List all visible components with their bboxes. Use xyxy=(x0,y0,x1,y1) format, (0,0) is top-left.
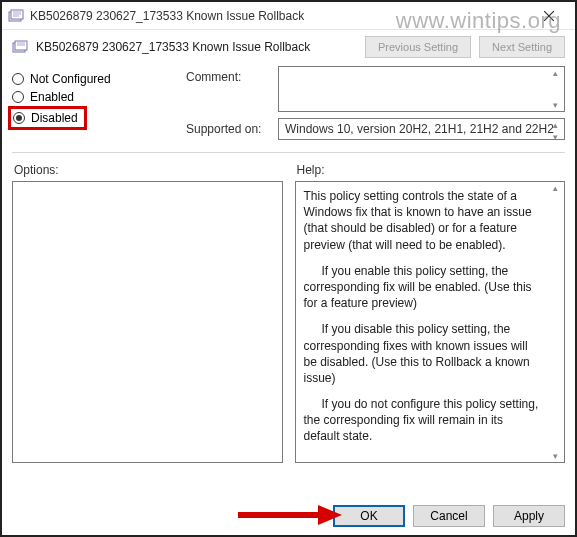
options-label: Options: xyxy=(12,159,283,181)
help-paragraph: If you do not configure this policy sett… xyxy=(304,396,543,445)
radio-icon xyxy=(13,112,25,124)
policy-icon xyxy=(12,39,28,55)
options-box xyxy=(12,181,283,463)
state-radio-group: Not Configured Enabled Disabled xyxy=(12,66,172,146)
divider xyxy=(12,152,565,153)
close-button[interactable] xyxy=(529,2,569,30)
help-paragraph: If you disable this policy setting, the … xyxy=(304,321,543,386)
radio-label: Disabled xyxy=(31,111,78,125)
next-setting-button[interactable]: Next Setting xyxy=(479,36,565,58)
apply-button[interactable]: Apply xyxy=(493,505,565,527)
window-title: KB5026879 230627_173533 Known Issue Roll… xyxy=(30,9,529,23)
scrollbar[interactable]: ▴▾ xyxy=(547,182,564,462)
supported-on-box: Windows 10, version 20H2, 21H1, 21H2 and… xyxy=(278,118,565,140)
comment-label: Comment: xyxy=(186,66,270,84)
radio-disabled[interactable]: Disabled xyxy=(13,111,78,125)
subheader: KB5026879 230627_173533 Known Issue Roll… xyxy=(2,30,575,62)
policy-name: KB5026879 230627_173533 Known Issue Roll… xyxy=(36,40,357,54)
radio-icon xyxy=(12,73,24,85)
help-box: This policy setting controls the state o… xyxy=(295,181,566,463)
radio-label: Enabled xyxy=(30,90,74,104)
ok-button[interactable]: OK xyxy=(333,505,405,527)
radio-enabled[interactable]: Enabled xyxy=(12,88,172,106)
comment-input[interactable]: ▴▾ xyxy=(278,66,565,112)
radio-label: Not Configured xyxy=(30,72,111,86)
scrollbar[interactable]: ▴▾ xyxy=(547,119,564,139)
scrollbar[interactable]: ▴▾ xyxy=(547,67,564,111)
titlebar: KB5026879 230627_173533 Known Issue Roll… xyxy=(2,2,575,30)
previous-setting-button[interactable]: Previous Setting xyxy=(365,36,471,58)
dialog-footer: OK Cancel Apply xyxy=(12,505,565,527)
help-paragraph: This policy setting controls the state o… xyxy=(304,188,543,253)
supported-on-value: Windows 10, version 20H2, 21H1, 21H2 and… xyxy=(285,122,554,136)
help-label: Help: xyxy=(295,159,566,181)
policy-icon xyxy=(8,8,24,24)
radio-not-configured[interactable]: Not Configured xyxy=(12,70,172,88)
radio-icon xyxy=(12,91,24,103)
help-text: This policy setting controls the state o… xyxy=(304,188,543,445)
help-paragraph: If you enable this policy setting, the c… xyxy=(304,263,543,312)
highlight-box: Disabled xyxy=(8,106,87,130)
cancel-button[interactable]: Cancel xyxy=(413,505,485,527)
supported-label: Supported on: xyxy=(186,118,270,136)
